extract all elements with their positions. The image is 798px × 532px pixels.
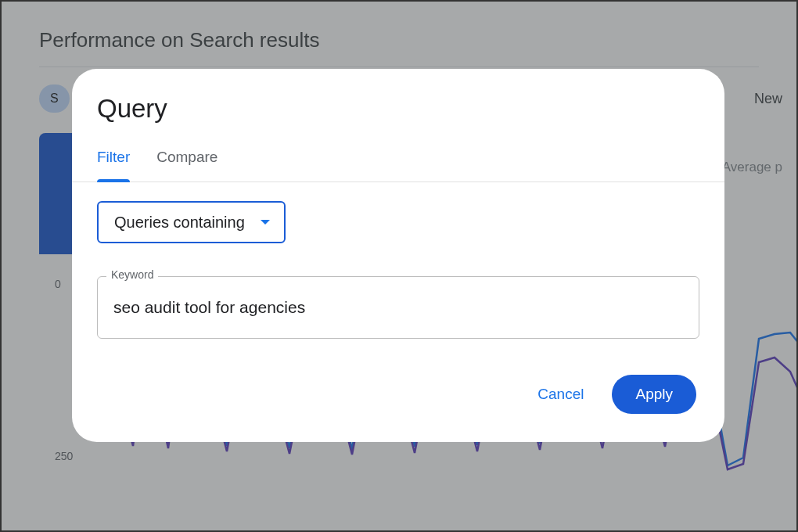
keyword-field-wrap: Keyword — [97, 276, 699, 339]
modal-tabs: Filter Compare — [72, 131, 724, 182]
query-match-select[interactable]: Queries containing — [97, 201, 286, 243]
keyword-label: Keyword — [106, 268, 158, 281]
modal-body: Queries containing Keyword — [72, 182, 724, 348]
modal-title: Query — [72, 94, 724, 131]
tab-compare[interactable]: Compare — [156, 149, 217, 182]
apply-button[interactable]: Apply — [612, 375, 696, 414]
select-value: Queries containing — [114, 214, 245, 232]
chevron-down-icon — [261, 220, 270, 225]
keyword-input[interactable] — [97, 276, 699, 339]
cancel-button[interactable]: Cancel — [528, 379, 593, 409]
tab-filter[interactable]: Filter — [97, 149, 130, 182]
query-filter-modal: Query Filter Compare Queries containing … — [72, 69, 724, 442]
modal-actions: Cancel Apply — [72, 348, 724, 420]
